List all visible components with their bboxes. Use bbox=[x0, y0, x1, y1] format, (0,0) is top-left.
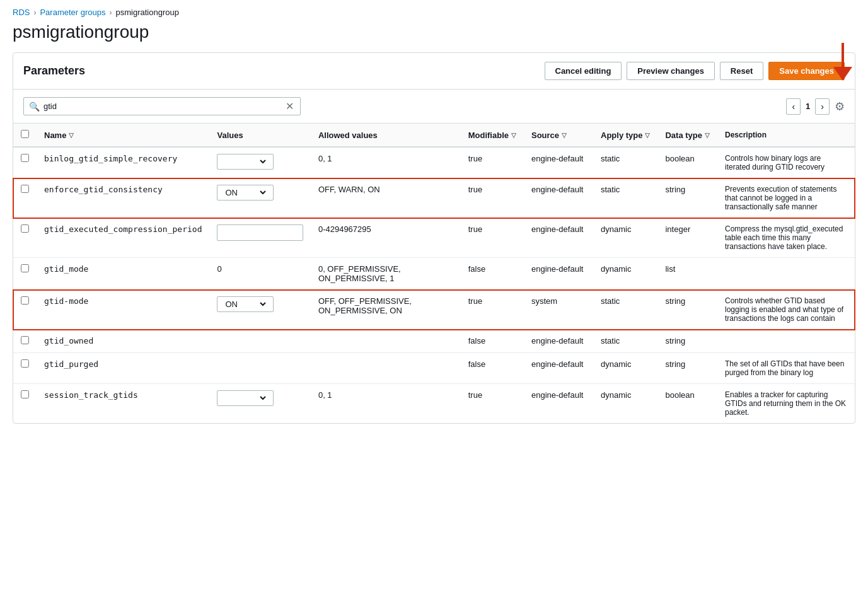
search-clear-icon[interactable]: ✕ bbox=[284, 100, 295, 112]
row-data-type: string bbox=[657, 330, 717, 353]
row-checkbox[interactable] bbox=[21, 296, 29, 305]
row-description: Enables a tracker for capturing GTIDs an… bbox=[717, 384, 855, 424]
datatype-sort-icon[interactable]: ▽ bbox=[705, 132, 710, 139]
row-allowed-values: OFF, OFF_PERMISSIVE, ON_PERMISSIVE, ON bbox=[311, 290, 461, 330]
row-value-select[interactable] bbox=[223, 393, 268, 404]
select-all-checkbox-cell bbox=[13, 124, 37, 147]
row-source: engine-default bbox=[524, 353, 593, 384]
row-description: Controls how binary logs are iterated du… bbox=[717, 147, 855, 178]
select-all-checkbox[interactable] bbox=[21, 130, 29, 138]
table-settings-icon[interactable]: ⚙ bbox=[835, 100, 845, 113]
row-apply-type: static bbox=[593, 147, 657, 178]
table-row: gtid_purgedfalseengine-defaultdynamicstr… bbox=[13, 353, 855, 384]
breadcrumb-parameter-groups[interactable]: Parameter groups bbox=[40, 8, 105, 17]
name-sort-icon[interactable]: ▽ bbox=[69, 132, 74, 139]
row-data-type: string bbox=[657, 290, 717, 330]
row-checkbox[interactable] bbox=[21, 154, 29, 162]
search-icon: 🔍 bbox=[29, 102, 40, 112]
row-allowed-values: 0, 1 bbox=[311, 384, 461, 424]
row-values[interactable]: ON bbox=[209, 178, 310, 218]
breadcrumb: RDS › Parameter groups › psmigrationgrou… bbox=[0, 0, 868, 20]
row-checkbox[interactable] bbox=[21, 264, 29, 272]
table-row: gtid_mode00, OFF_PERMISSIVE, ON_PERMISSI… bbox=[13, 258, 855, 290]
panel-header: Parameters Cancel editing Preview change… bbox=[13, 53, 855, 90]
row-name: gtid_owned bbox=[37, 330, 209, 353]
row-apply-type: dynamic bbox=[593, 218, 657, 258]
col-data-type: Data type ▽ bbox=[657, 124, 717, 147]
row-checkbox-cell bbox=[13, 290, 37, 330]
row-description: Compress the mysql.gtid_executed table e… bbox=[717, 218, 855, 258]
row-modifiable: false bbox=[461, 330, 524, 353]
row-checkbox-cell bbox=[13, 258, 37, 290]
modifiable-sort-icon[interactable]: ▽ bbox=[511, 132, 516, 139]
pagination-prev-button[interactable]: ‹ bbox=[786, 98, 801, 115]
panel-actions: Cancel editing Preview changes Reset Sav… bbox=[545, 62, 845, 80]
row-values[interactable]: ON bbox=[209, 290, 310, 330]
row-source: engine-default bbox=[524, 258, 593, 290]
row-checkbox[interactable] bbox=[21, 336, 29, 344]
col-allowed: Allowed values bbox=[311, 124, 461, 147]
row-value-select[interactable]: ON bbox=[223, 299, 268, 310]
row-values bbox=[209, 330, 310, 353]
table-row: gtid_executed_compression_period0-429496… bbox=[13, 218, 855, 258]
table-header-row: Name ▽ Values Allowed values Modifiable … bbox=[13, 124, 855, 147]
row-checkbox-cell bbox=[13, 147, 37, 178]
row-source: engine-default bbox=[524, 384, 593, 424]
breadcrumb-rds[interactable]: RDS bbox=[13, 8, 30, 17]
row-apply-type: dynamic bbox=[593, 258, 657, 290]
row-values[interactable] bbox=[209, 147, 310, 178]
row-data-type: boolean bbox=[657, 384, 717, 424]
row-checkbox[interactable] bbox=[21, 185, 29, 193]
panel-title: Parameters bbox=[23, 64, 85, 78]
row-source: engine-default bbox=[524, 218, 593, 258]
row-modifiable: false bbox=[461, 353, 524, 384]
col-apply-type: Apply type ▽ bbox=[593, 124, 657, 147]
row-allowed-values: 0-4294967295 bbox=[311, 218, 461, 258]
col-modifiable: Modifiable ▽ bbox=[461, 124, 524, 147]
row-checkbox-cell bbox=[13, 178, 37, 218]
row-data-type: string bbox=[657, 353, 717, 384]
row-apply-type: static bbox=[593, 290, 657, 330]
row-values[interactable] bbox=[209, 218, 310, 258]
col-values: Values bbox=[209, 124, 310, 147]
row-modifiable: true bbox=[461, 290, 524, 330]
search-input[interactable] bbox=[43, 102, 284, 111]
row-value-select[interactable]: ON bbox=[223, 187, 268, 198]
row-modifiable: true bbox=[461, 218, 524, 258]
source-sort-icon[interactable]: ▽ bbox=[562, 132, 567, 139]
cancel-editing-button[interactable]: Cancel editing bbox=[545, 62, 622, 80]
table-row: session_track_gtids0, 1trueengine-defaul… bbox=[13, 384, 855, 424]
save-changes-button[interactable]: Save changes bbox=[768, 62, 845, 80]
breadcrumb-sep-2: › bbox=[110, 8, 112, 17]
row-allowed-values: 0, 1 bbox=[311, 147, 461, 178]
row-data-type: boolean bbox=[657, 147, 717, 178]
row-checkbox-cell bbox=[13, 384, 37, 424]
row-values[interactable] bbox=[209, 384, 310, 424]
apply-sort-icon[interactable]: ▽ bbox=[645, 132, 650, 139]
col-source: Source ▽ bbox=[524, 124, 593, 147]
row-description: Controls whether GTID based logging is e… bbox=[717, 290, 855, 330]
row-modifiable: false bbox=[461, 258, 524, 290]
row-values: 0 bbox=[209, 258, 310, 290]
row-modifiable: true bbox=[461, 384, 524, 424]
row-checkbox-cell bbox=[13, 330, 37, 353]
row-source: engine-default bbox=[524, 330, 593, 353]
table-row: binlog_gtid_simple_recovery0, 1trueengin… bbox=[13, 147, 855, 178]
row-data-type: string bbox=[657, 178, 717, 218]
preview-changes-button[interactable]: Preview changes bbox=[627, 62, 715, 80]
row-checkbox[interactable] bbox=[21, 359, 29, 368]
row-allowed-values bbox=[311, 353, 461, 384]
reset-button[interactable]: Reset bbox=[720, 62, 763, 80]
row-checkbox[interactable] bbox=[21, 390, 29, 398]
row-value-select[interactable] bbox=[223, 156, 268, 167]
row-checkbox[interactable] bbox=[21, 224, 29, 233]
row-value-input[interactable] bbox=[223, 227, 297, 236]
row-name: session_track_gtids bbox=[37, 384, 209, 424]
row-source: engine-default bbox=[524, 147, 593, 178]
row-name: binlog_gtid_simple_recovery bbox=[37, 147, 209, 178]
parameters-table: Name ▽ Values Allowed values Modifiable … bbox=[13, 124, 855, 423]
pagination-next-button[interactable]: › bbox=[815, 98, 830, 115]
row-source: engine-default bbox=[524, 178, 593, 218]
row-source: system bbox=[524, 290, 593, 330]
table-row: enforce_gtid_consistencyONOFF, WARN, ONt… bbox=[13, 178, 855, 218]
